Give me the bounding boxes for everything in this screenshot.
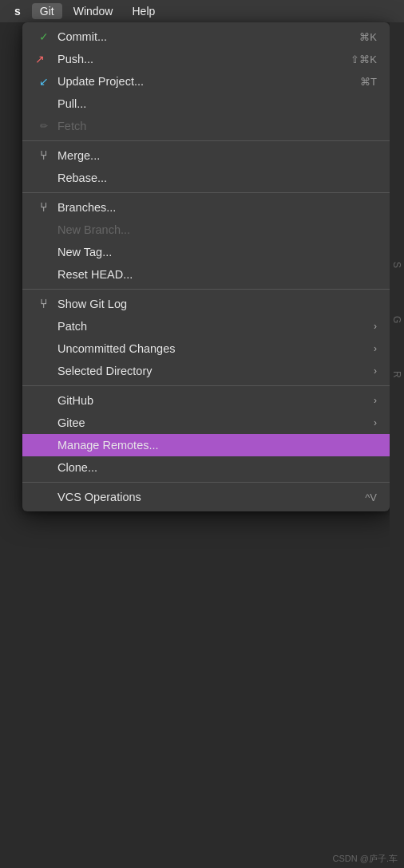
selected-directory-arrow: › <box>374 365 377 377</box>
update-project-icon: ↙ <box>35 75 53 88</box>
side-letter-s: S <box>391 262 402 268</box>
menu-item-patch[interactable]: Patch › <box>22 315 390 337</box>
menu-item-gitee[interactable]: Gitee › <box>22 412 390 434</box>
menu-bar-window[interactable]: Window <box>65 3 121 19</box>
push-icon: ↗ <box>35 53 53 65</box>
commit-shortcut: ⌘K <box>359 31 377 43</box>
menu-item-update-project[interactable]: ↙ Update Project... ⌘T <box>22 70 390 93</box>
rebase-label: Rebase... <box>57 172 377 184</box>
menu-item-rebase[interactable]: Rebase... <box>22 167 390 189</box>
new-tag-label: New Tag... <box>57 246 377 258</box>
side-letter-g: G <box>391 316 402 323</box>
separator-2 <box>22 192 390 193</box>
menu-item-new-tag[interactable]: New Tag... <box>22 241 390 263</box>
menu-bar: s Git Window Help <box>0 0 404 22</box>
watermark: CSDN @庐子.车 <box>333 853 398 865</box>
push-shortcut: ⇧⌘K <box>351 53 377 65</box>
menu-item-merge[interactable]: ⑂ Merge... <box>22 144 390 167</box>
menu-item-fetch: ✏ Fetch <box>22 115 390 137</box>
menu-bar-help[interactable]: Help <box>124 3 163 19</box>
separator-5 <box>22 482 390 483</box>
menu-item-pull[interactable]: Pull... <box>22 93 390 115</box>
update-project-shortcut: ⌘T <box>360 76 377 88</box>
side-panel: S G R <box>390 22 404 868</box>
menu-item-github[interactable]: GitHub › <box>22 389 390 412</box>
menu-bar-git[interactable]: Git <box>32 3 62 19</box>
merge-icon: ⑂ <box>35 148 53 163</box>
new-branch-label: New Branch... <box>57 223 377 236</box>
menu-item-clone[interactable]: Clone... <box>22 456 390 479</box>
github-label: GitHub <box>57 394 374 407</box>
menu-item-commit[interactable]: ✓ Commit... ⌘K <box>22 26 390 48</box>
clone-label: Clone... <box>57 461 377 474</box>
menu-item-reset-head[interactable]: Reset HEAD... <box>22 263 390 286</box>
menu-item-selected-directory[interactable]: Selected Directory › <box>22 360 390 382</box>
menu-item-new-branch: New Branch... <box>22 219 390 241</box>
branches-icon: ⑂ <box>35 200 53 215</box>
uncommitted-changes-label: Uncommitted Changes <box>57 342 374 355</box>
menu-item-show-git-log[interactable]: ⑂ Show Git Log <box>22 293 390 315</box>
vcs-operations-shortcut: ^V <box>365 491 377 503</box>
app-name[interactable]: s <box>6 3 29 19</box>
separator-3 <box>22 289 390 290</box>
commit-label: Commit... <box>57 30 359 43</box>
menu-item-branches[interactable]: ⑂ Branches... <box>22 196 390 219</box>
show-git-log-label: Show Git Log <box>57 298 377 310</box>
gitee-arrow: › <box>374 417 377 428</box>
uncommitted-changes-arrow: › <box>374 343 377 354</box>
show-git-log-icon: ⑂ <box>35 297 53 311</box>
merge-label: Merge... <box>57 149 377 162</box>
separator-1 <box>22 140 390 141</box>
fetch-icon: ✏ <box>35 120 53 132</box>
menu-item-manage-remotes[interactable]: Manage Remotes... <box>22 434 390 456</box>
menu-item-push[interactable]: ↗ Push... ⇧⌘K <box>22 48 390 70</box>
branches-label: Branches... <box>57 201 377 214</box>
menu-item-uncommitted-changes[interactable]: Uncommitted Changes › <box>22 337 390 360</box>
gitee-label: Gitee <box>57 416 374 429</box>
selected-directory-label: Selected Directory <box>57 365 374 377</box>
patch-label: Patch <box>57 320 374 333</box>
patch-arrow: › <box>374 321 377 332</box>
menu-item-vcs-operations[interactable]: VCS Operations ^V <box>22 486 390 508</box>
vcs-operations-label: VCS Operations <box>57 491 365 503</box>
manage-remotes-label: Manage Remotes... <box>57 439 377 452</box>
commit-icon: ✓ <box>35 30 53 43</box>
separator-4 <box>22 385 390 386</box>
github-arrow: › <box>374 395 377 406</box>
update-project-label: Update Project... <box>57 75 360 88</box>
reset-head-label: Reset HEAD... <box>57 268 377 281</box>
side-letter-r: R <box>391 371 402 378</box>
pull-label: Pull... <box>57 97 377 110</box>
push-label: Push... <box>57 53 351 65</box>
fetch-label: Fetch <box>57 120 377 132</box>
git-menu: ✓ Commit... ⌘K ↗ Push... ⇧⌘K ↙ Update Pr… <box>22 22 390 511</box>
